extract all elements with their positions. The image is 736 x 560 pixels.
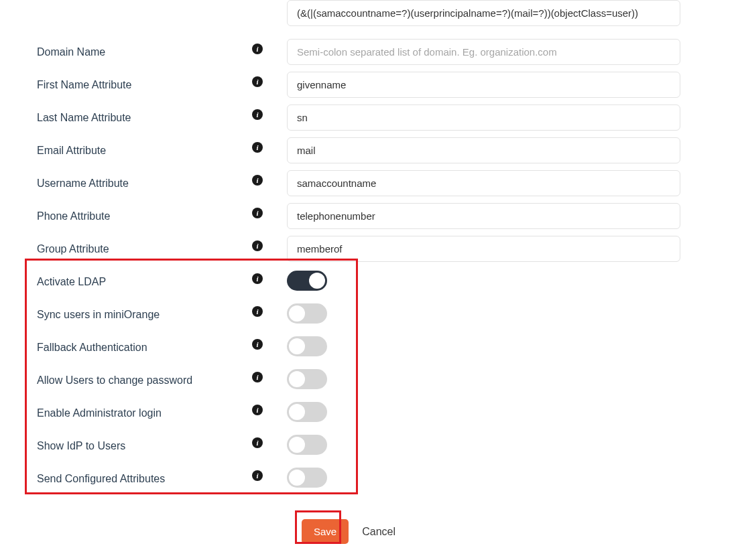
- group-attr-input[interactable]: [287, 236, 680, 262]
- info-icon[interactable]: i: [252, 306, 263, 317]
- allow-pw-change-label: Allow Users to change password: [37, 374, 192, 387]
- info-icon[interactable]: i: [252, 372, 263, 382]
- phone-attr-label: Phone Attribute: [37, 210, 110, 222]
- group-attr-label: Group Attribute: [37, 243, 109, 255]
- show-idp-toggle[interactable]: [287, 435, 327, 455]
- activate-ldap-toggle[interactable]: [287, 271, 327, 291]
- enable-admin-login-toggle[interactable]: [287, 402, 327, 422]
- email-attr-input[interactable]: [287, 137, 680, 163]
- info-icon[interactable]: i: [252, 76, 263, 87]
- send-configured-attrs-label: Send Configured Attributes: [37, 473, 165, 485]
- sync-users-label: Sync users in miniOrange: [37, 309, 160, 321]
- fallback-auth-toggle[interactable]: [287, 336, 327, 356]
- last-name-attr-label: Last Name Attribute: [37, 112, 131, 124]
- username-attr-label: Username Attribute: [37, 178, 129, 190]
- send-configured-attrs-toggle[interactable]: [287, 468, 327, 488]
- info-icon[interactable]: i: [252, 240, 263, 251]
- enable-admin-login-label: Enable Administrator login: [37, 407, 162, 419]
- info-icon[interactable]: i: [252, 470, 263, 481]
- filter-input[interactable]: [287, 0, 680, 26]
- info-icon[interactable]: i: [252, 437, 263, 448]
- phone-attr-input[interactable]: [287, 203, 680, 229]
- info-icon[interactable]: i: [252, 405, 263, 415]
- username-attr-input[interactable]: [287, 170, 680, 196]
- email-attr-label: Email Attribute: [37, 145, 106, 157]
- first-name-attr-input[interactable]: [287, 72, 680, 98]
- domain-name-label: Domain Name: [37, 46, 105, 58]
- first-name-attr-label: First Name Attribute: [37, 79, 131, 91]
- show-idp-label: Show IdP to Users: [37, 440, 125, 452]
- save-button[interactable]: Save: [302, 519, 349, 544]
- activate-ldap-label: Activate LDAP: [37, 276, 106, 288]
- info-icon[interactable]: i: [252, 142, 263, 153]
- info-icon[interactable]: i: [252, 208, 263, 218]
- info-icon[interactable]: i: [252, 339, 263, 350]
- sync-users-toggle[interactable]: [287, 303, 327, 324]
- allow-pw-change-toggle[interactable]: [287, 369, 327, 389]
- domain-name-input[interactable]: [287, 39, 680, 65]
- info-icon[interactable]: i: [252, 175, 263, 186]
- last-name-attr-input[interactable]: [287, 104, 680, 131]
- cancel-button[interactable]: Cancel: [362, 526, 395, 538]
- info-icon[interactable]: i: [252, 273, 263, 284]
- info-icon[interactable]: i: [252, 44, 263, 54]
- info-icon[interactable]: i: [252, 109, 263, 120]
- fallback-auth-label: Fallback Authentication: [37, 342, 147, 354]
